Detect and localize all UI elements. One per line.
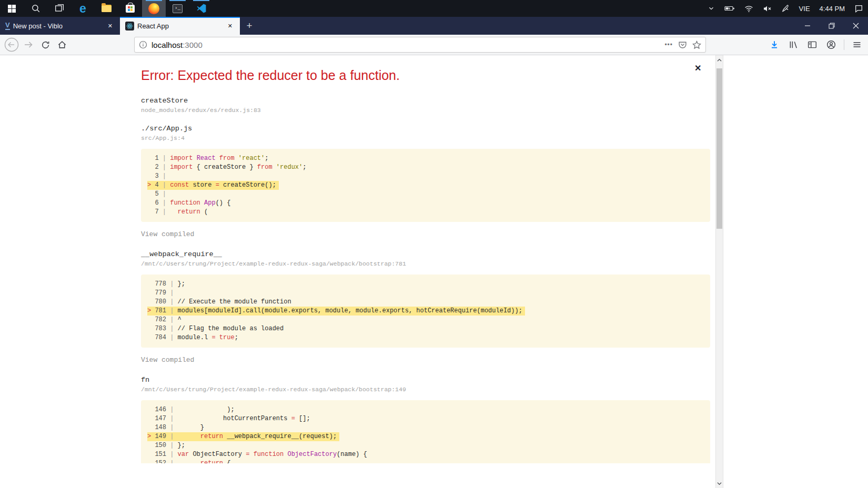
frame-function-name: createStore [141, 97, 713, 105]
tab-viblo[interactable]: V New post - Viblo ✕ [0, 17, 120, 35]
stack-frame: ./src/App.jssrc/App.js:4 1 | import Reac… [141, 125, 713, 239]
code-line: 2 | import { createStore } from 'redux'; [147, 163, 704, 172]
sidebars-button[interactable] [804, 37, 820, 53]
scroll-down-button[interactable] [716, 479, 723, 487]
code-line: 7 | return ( [147, 208, 704, 217]
window-controls [795, 17, 868, 35]
battery-status[interactable] [720, 0, 740, 17]
code-line: 5 | [147, 190, 704, 199]
stack-frame: __webpack_require__/mnt/c/Users/trung/Pr… [141, 250, 713, 365]
bookmark-star-icon[interactable] [692, 40, 701, 49]
vertical-scrollbar[interactable] [715, 55, 723, 488]
url-port: :3000 [183, 40, 203, 49]
system-tray: VIE 4:44 PM [703, 0, 868, 17]
minimize-button[interactable] [795, 17, 820, 35]
sidebar-icon [808, 40, 817, 49]
code-line: 3 | [147, 172, 704, 181]
code-line: 146 | ); [147, 405, 704, 414]
url-text[interactable]: localhost:3000 [152, 40, 664, 49]
stack-frames: createStorenode_modules/redux/es/redux.j… [141, 97, 713, 463]
code-line: 148 | } [147, 423, 704, 432]
scrollbar-thumb[interactable] [716, 68, 722, 229]
url-host: localhost [152, 40, 183, 49]
library-button[interactable] [785, 37, 801, 53]
frame-source-location: src/App.js:4 [141, 135, 713, 141]
code-line: 151 | var ObjectFactory = function Objec… [147, 450, 704, 459]
error-message: Error: Expected the reducer to be a func… [141, 68, 713, 83]
terminal-taskbar-button[interactable]: ›_ [166, 0, 189, 17]
time-label: 4:44 PM [820, 5, 845, 13]
windows-taskbar: e ›_ VIE [0, 0, 868, 17]
pocket-icon[interactable] [678, 40, 687, 49]
library-icon [789, 40, 798, 49]
tab-title: React App [137, 22, 223, 30]
tab-close-button[interactable]: ✕ [106, 22, 115, 30]
firefox-taskbar-button[interactable] [142, 0, 166, 17]
taskbar-search-button[interactable] [24, 0, 47, 17]
frame-source-location: /mnt/c/Users/trung/Project/example-redux… [141, 386, 713, 393]
store-button[interactable] [118, 0, 142, 17]
firefox-toolbar: localhost:3000 ••• [0, 35, 868, 55]
forward-button[interactable] [20, 36, 37, 53]
code-line: > 4 | const store = createStore(); [147, 181, 704, 190]
account-icon [826, 40, 836, 49]
file-explorer-icon [102, 5, 112, 12]
windows-ink-button[interactable] [776, 0, 794, 17]
overlay-close-button[interactable]: ✕ [694, 64, 701, 73]
volume-muted-icon [763, 5, 772, 13]
code-line: 6 | function App() { [147, 199, 704, 208]
frame-function-name: ./src/App.js [141, 125, 713, 133]
close-window-button[interactable] [844, 17, 868, 35]
action-center-icon [854, 4, 863, 13]
account-button[interactable] [823, 37, 839, 53]
frame-function-name: __webpack_require__ [141, 250, 713, 258]
reload-button[interactable] [37, 36, 54, 53]
code-line: 780 | // Execute the module function [147, 298, 704, 307]
reload-icon [41, 40, 50, 49]
scroll-up-button[interactable] [716, 56, 723, 64]
code-line: 778 | }; [147, 280, 704, 289]
stack-frame: createStorenode_modules/redux/es/redux.j… [141, 97, 713, 114]
edge-button[interactable]: e [71, 0, 95, 17]
downloads-button[interactable] [766, 37, 782, 53]
network-status[interactable] [740, 0, 758, 17]
code-snippet: 146 | ); 147 | hotCurrentParents = []; 1… [141, 400, 710, 463]
clock[interactable]: 4:44 PM [815, 0, 850, 17]
forward-icon [24, 40, 33, 49]
vscode-taskbar-button[interactable] [189, 0, 213, 17]
code-line: 152 | return { [147, 459, 704, 463]
info-icon[interactable] [139, 40, 147, 49]
action-center-button[interactable] [850, 0, 868, 17]
chevron-down-icon [708, 5, 715, 12]
page-content: Error: Expected the reducer to be a func… [0, 55, 868, 488]
start-icon [8, 5, 16, 13]
language-indicator[interactable]: VIE [794, 0, 815, 17]
urlbar-actions: ••• [664, 40, 701, 49]
tray-expand-button[interactable] [703, 0, 720, 17]
wifi-icon [744, 5, 753, 13]
file-explorer-button[interactable] [95, 0, 118, 17]
view-compiled-link[interactable]: View compiled [141, 230, 194, 238]
back-button[interactable] [3, 36, 20, 53]
volume-status[interactable] [758, 0, 776, 17]
close-icon [853, 23, 859, 29]
tab-react-app[interactable]: React App ✕ [120, 17, 240, 35]
restore-button[interactable] [820, 17, 844, 35]
page-actions-button[interactable]: ••• [664, 41, 673, 48]
restore-icon [829, 23, 835, 29]
code-snippet: 1 | import React from 'react'; 2 | impor… [141, 149, 710, 222]
home-button[interactable] [54, 36, 70, 53]
react-favicon [125, 22, 134, 30]
start-button[interactable] [0, 0, 24, 17]
task-view-button[interactable] [47, 0, 71, 17]
frame-source-location: /mnt/c/Users/trung/Project/example-redux… [141, 260, 713, 267]
menu-icon [853, 40, 861, 49]
language-label: VIE [799, 5, 810, 13]
view-compiled-link[interactable]: View compiled [141, 356, 194, 364]
url-bar[interactable]: localhost:3000 ••• [134, 37, 706, 53]
viblo-favicon: V [5, 22, 10, 30]
menu-button[interactable] [849, 37, 865, 53]
chevron-up-icon [717, 58, 722, 63]
new-tab-button[interactable]: + [240, 17, 259, 35]
tab-close-button[interactable]: ✕ [226, 22, 235, 30]
